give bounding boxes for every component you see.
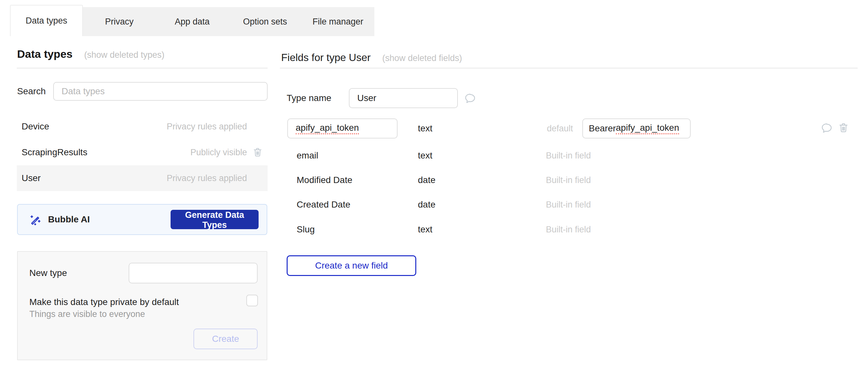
tab-label: Option sets (243, 17, 287, 27)
right-panel-divider (280, 68, 858, 68)
left-panel-header: Data types (show deleted types) (17, 48, 164, 60)
right-panel-header: Fields for type User (show deleted field… (281, 52, 462, 64)
generate-data-types-button[interactable]: Generate Data Types (170, 210, 258, 229)
create-new-field-button[interactable]: Create a new field (287, 255, 416, 276)
comment-icon[interactable] (464, 92, 476, 104)
field-comment-slot (820, 122, 833, 135)
field-name-input[interactable]: apify_api_token (287, 118, 398, 139)
field-row: email text Built-in field (280, 146, 858, 166)
field-row: Created Date date Built-in field (280, 195, 858, 215)
field-name: Modified Date (297, 175, 352, 185)
field-builtin-label: Built-in field (546, 175, 591, 185)
tab-option-sets[interactable]: Option sets (228, 7, 302, 36)
type-name-row: Type name (280, 88, 858, 108)
right-panel-title: Fields for type User (281, 52, 370, 64)
trash-slot (247, 147, 263, 158)
field-builtin-label: Built-in field (546, 200, 591, 210)
data-type-row-device[interactable]: Device Privacy rules applied (17, 114, 268, 140)
tab-privacy[interactable]: Privacy (83, 7, 156, 36)
field-type: text (418, 123, 432, 134)
new-type-box: New type Make this data type private by … (17, 251, 267, 360)
field-builtin-label: Built-in field (546, 225, 591, 235)
private-by-default-checkbox[interactable] (246, 295, 258, 306)
visibility-hint: Things are visible to everyone (29, 309, 145, 319)
trash-icon[interactable] (838, 122, 849, 134)
data-type-name: Device (22, 121, 167, 132)
data-type-name: ScrapingResults (22, 147, 190, 157)
field-name: email (297, 150, 318, 161)
bubble-ai-label: Bubble AI (48, 214, 90, 225)
new-type-input[interactable] (129, 263, 258, 283)
data-type-name: User (22, 173, 167, 183)
data-type-status: Publicly visible (190, 147, 247, 157)
left-panel-title: Data types (17, 48, 72, 60)
left-panel-divider (17, 68, 268, 68)
type-name-comment-slot (464, 92, 476, 106)
create-type-button[interactable]: Create (193, 328, 258, 349)
field-type: text (418, 224, 432, 235)
tab-data-types[interactable]: Data types (10, 5, 83, 36)
search-label: Search (17, 86, 53, 96)
search-row: Search (17, 82, 268, 101)
tabbar: Data typesPrivacyApp dataOption setsFile… (10, 5, 374, 36)
data-type-row-scrapingresults[interactable]: ScrapingResults Publicly visible (17, 140, 268, 165)
bubble-data-editor: Data typesPrivacyApp dataOption setsFile… (0, 0, 868, 377)
field-default-input[interactable]: Bearer apify_api_token (582, 118, 691, 139)
field-default-label: default (547, 124, 573, 134)
field-builtin-label: Built-in field (546, 151, 591, 161)
tab-label: Privacy (105, 17, 134, 27)
field-name: Created Date (297, 200, 350, 210)
tab-label: File manager (312, 17, 363, 27)
field-type: text (418, 150, 432, 161)
field-row: Slug text Built-in field (280, 220, 858, 239)
tab-file-manager[interactable]: File manager (302, 7, 374, 36)
data-type-status: Privacy rules applied (167, 173, 247, 183)
tab-label: Data types (26, 16, 67, 26)
show-deleted-fields-link[interactable]: (show deleted fields) (382, 53, 462, 63)
field-name: Slug (297, 224, 315, 235)
search-input[interactable] (53, 82, 268, 101)
magic-wand-icon (29, 213, 42, 226)
data-type-row-user[interactable]: User Privacy rules applied (17, 165, 268, 191)
data-type-status: Privacy rules applied (167, 122, 247, 132)
tab-app-data[interactable]: App data (156, 7, 228, 36)
field-trash-slot (838, 122, 849, 135)
field-type: date (418, 175, 436, 185)
type-name-input[interactable] (349, 88, 458, 108)
bubble-ai-box: Bubble AI Generate Data Types (17, 204, 267, 235)
type-name-label: Type name (287, 93, 332, 103)
data-type-list: Device Privacy rules applied ScrapingRes… (17, 114, 268, 191)
private-by-default-label: Make this data type private by default (29, 297, 179, 307)
trash-icon[interactable] (252, 147, 263, 158)
new-type-label: New type (29, 268, 67, 278)
field-type: date (418, 200, 436, 210)
field-row: Modified Date date Built-in field (280, 170, 858, 190)
field-row: apify_api_token text default Bearer apif… (280, 118, 858, 139)
tab-label: App data (175, 17, 210, 27)
show-deleted-types-link[interactable]: (show deleted types) (84, 50, 164, 60)
comment-icon[interactable] (820, 122, 833, 134)
